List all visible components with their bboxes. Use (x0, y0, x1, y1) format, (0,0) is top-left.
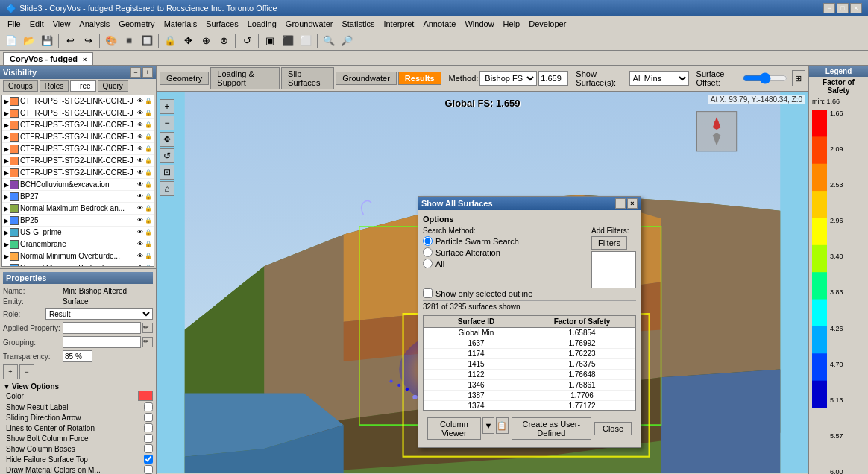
lock-button[interactable]: 🔒 (162, 33, 178, 49)
table-row-1[interactable]: 1637 1.76992 (424, 338, 635, 349)
tree-item-7[interactable]: ▶ BCHColluvium&excavation 👁 🔒 (2, 179, 154, 191)
surface-offset-slider[interactable] (743, 72, 787, 84)
menu-view[interactable]: View (48, 18, 75, 30)
tree-item-9[interactable]: ▶ Normal Maximum Bedrock an... 👁 🔒 (2, 203, 154, 215)
vis-tab-roles[interactable]: Roles (40, 80, 69, 92)
vis-tab-tree[interactable]: Tree (70, 80, 95, 92)
prop-applied-edit-button[interactable]: ✏ (142, 323, 153, 333)
prop-add-button[interactable]: + (3, 364, 18, 379)
color-picker[interactable] (138, 391, 153, 401)
reset-view-button[interactable]: ⌂ (160, 181, 174, 196)
table-row-2[interactable]: 1174 1.76223 (424, 349, 635, 359)
show-surface-select[interactable]: All Mins (629, 71, 689, 86)
tree-item-10[interactable]: ▶ BP25 👁 🔒 (2, 215, 154, 227)
menu-interpret[interactable]: Interpret (379, 18, 418, 30)
grid-toggle-button[interactable]: ⊞ (792, 70, 805, 86)
menu-statistics[interactable]: Statistics (337, 18, 379, 30)
collapse-all-button[interactable]: − (130, 67, 141, 78)
show-result-checkbox[interactable] (144, 402, 153, 411)
menu-materials[interactable]: Materials (160, 18, 202, 30)
vis-tab-query[interactable]: Query (98, 80, 128, 92)
tree-item-12[interactable]: ▶ Granembrane 👁 🔒 (2, 238, 154, 250)
prop-applied-input[interactable] (63, 322, 141, 334)
fs-value-input[interactable] (538, 71, 568, 86)
dialog-minimize-button[interactable]: _ (615, 198, 626, 209)
nav-tab-geometry[interactable]: Geometry (160, 72, 209, 85)
tool-btn-3[interactable]: ⊕ (198, 33, 214, 49)
menu-annotate[interactable]: Annotate (418, 18, 460, 30)
tree-item-13[interactable]: ▶ Normal Minimum Overburde... 👁 🔒 (2, 250, 154, 262)
close-dialog-button[interactable]: Close (594, 422, 632, 435)
nav-tab-groundwater[interactable]: Groundwater (336, 72, 397, 85)
prop-role-select[interactable]: Result (45, 308, 153, 320)
tree-item-14[interactable]: ▶ Normal Minimum Bedrock a... 👁 🔒 (2, 262, 154, 267)
radio-particle-swarm-input[interactable] (423, 236, 433, 246)
table-row-7[interactable]: 1374 1.77172 (424, 401, 635, 410)
menu-edit[interactable]: Edit (25, 18, 48, 30)
tool-btn-4[interactable]: ⊗ (216, 33, 232, 49)
zoom-in-button[interactable]: 🔍 (321, 33, 337, 49)
rotate-button[interactable]: ↺ (239, 33, 255, 49)
sliding-dir-checkbox[interactable] (144, 413, 153, 422)
open-button[interactable]: 📂 (21, 33, 37, 49)
view-btn-2[interactable]: ⬛ (280, 33, 296, 49)
table-row-4[interactable]: 1122 1.76648 (424, 370, 635, 380)
view-btn-3[interactable]: ⬜ (298, 33, 314, 49)
table-scroll-area[interactable]: Global Min 1.65854 1637 1.76992 1174 1.7… (424, 328, 635, 410)
tree-item-0[interactable]: ▶ CTFR-UPST-STG2-LINK-CORE-J 👁 🔒 (2, 95, 154, 107)
move-button[interactable]: ✥ (180, 33, 196, 49)
title-bar-controls[interactable]: − □ × (823, 3, 862, 13)
vis-tab-groups[interactable]: Groups (3, 80, 38, 92)
rotate-3d-button[interactable]: ↺ (160, 148, 174, 163)
nav-tab-slip[interactable]: Slip Surfaces (281, 67, 334, 89)
menu-analysis[interactable]: Analysis (75, 18, 114, 30)
method-select[interactable]: Bishop FS (479, 71, 537, 86)
menu-developer[interactable]: Developer (524, 18, 570, 30)
prop-remove-button[interactable]: − (19, 364, 34, 379)
view-btn-1[interactable]: ▣ (262, 33, 278, 49)
table-row-5[interactable]: 1346 1.76861 (424, 380, 635, 391)
tree-item-6[interactable]: ▶ CTFR-UPST-STG2-LINK-CORE-J 👁 🔒 (2, 167, 154, 179)
lines-rotation-checkbox[interactable] (144, 423, 153, 432)
filters-button[interactable]: Filters (591, 236, 627, 250)
expand-all-button[interactable]: + (142, 67, 153, 78)
minimize-button[interactable]: − (823, 3, 835, 13)
menu-file[interactable]: File (3, 18, 25, 30)
dialog-close-button[interactable]: × (627, 198, 638, 209)
undo-button[interactable]: ↩ (62, 33, 78, 49)
zoom-out-button[interactable]: 🔎 (339, 33, 355, 49)
document-tab[interactable]: CoryVos - fudged × (3, 52, 93, 65)
tree-item-1[interactable]: ▶ CTFR-UPST-STG2-LINK-CORE-J 👁 🔒 (2, 107, 154, 119)
pan-button[interactable]: ✥ (160, 132, 174, 147)
menu-help[interactable]: Help (499, 18, 525, 30)
table-row-6[interactable]: 1387 1.7706 (424, 391, 635, 401)
3d-viewport[interactable]: 1.942 1.659 N Global FS: 1.659 At X: 93.… (157, 92, 808, 473)
radio-surface-alteration-input[interactable] (423, 247, 433, 257)
save-button[interactable]: 💾 (39, 33, 55, 49)
tree-item-2[interactable]: ▶ CTFR-UPST-STG2-LINK-CORE-J 👁 🔒 (2, 119, 154, 131)
menu-surfaces[interactable]: Surfaces (201, 18, 242, 30)
column-viewer-dropdown-button[interactable]: ▼ (482, 417, 494, 434)
tree-item-11[interactable]: ▶ US-G_prime 👁 🔒 (2, 227, 154, 238)
hide-failure-checkbox[interactable] (144, 455, 153, 464)
tool-btn-1[interactable]: ◾ (121, 33, 137, 49)
zoom-out-viewport-button[interactable]: − (160, 116, 174, 130)
create-user-defined-button[interactable]: Create as User-Defined (512, 417, 591, 440)
show-column-checkbox[interactable] (144, 444, 153, 453)
redo-button[interactable]: ↪ (80, 33, 96, 49)
color-palette-button[interactable]: 🎨 (103, 33, 119, 49)
show-selected-checkbox[interactable] (423, 288, 433, 298)
menu-geometry[interactable]: Geometry (114, 18, 159, 30)
tree-item-5[interactable]: ▶ CTFR-UPST-STG2-LINK-CORE-J 👁 🔒 (2, 155, 154, 167)
table-row-0[interactable]: Global Min 1.65854 (424, 328, 635, 338)
menu-loading[interactable]: Loading (243, 18, 281, 30)
close-button[interactable]: × (850, 3, 862, 13)
table-row-3[interactable]: 1415 1.76375 (424, 359, 635, 370)
tree-item-8[interactable]: ▶ BP27 👁 🔒 (2, 191, 154, 203)
prop-grouping-input[interactable] (63, 336, 141, 348)
maximize-button[interactable]: □ (837, 3, 849, 13)
tool-btn-2[interactable]: 🔲 (139, 33, 155, 49)
nav-tab-results[interactable]: Results (398, 72, 441, 85)
show-bolt-checkbox[interactable] (144, 434, 153, 443)
nav-tab-loading[interactable]: Loading & Support (210, 67, 280, 89)
